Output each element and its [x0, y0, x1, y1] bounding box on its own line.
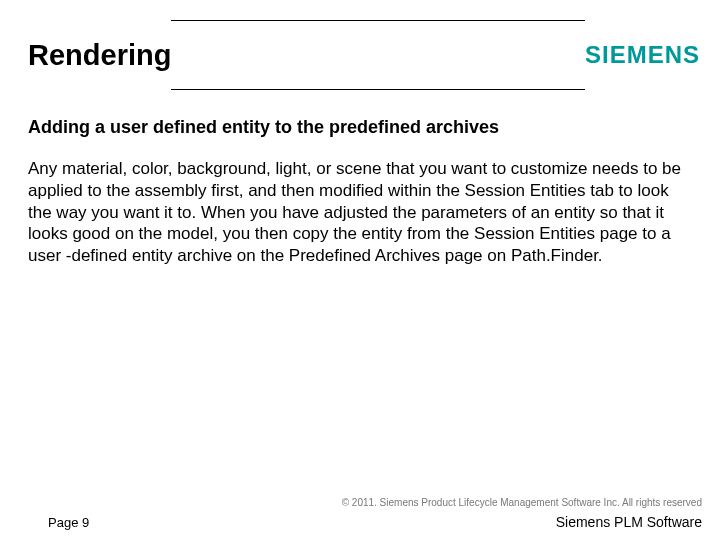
footer: © 2011. Siemens Product Lifecycle Manage… — [0, 497, 720, 530]
footer-brand: Siemens PLM Software — [556, 514, 702, 530]
title-block: Rendering — [0, 20, 171, 90]
footer-copyright: © 2011. Siemens Product Lifecycle Manage… — [48, 497, 702, 508]
body-paragraph: Any material, color, background, light, … — [28, 158, 690, 267]
slide-title: Rendering — [28, 39, 171, 72]
brand-block: SIEMENS — [585, 20, 720, 90]
header-bar: Rendering SIEMENS — [0, 20, 720, 90]
footer-row: Page 9 Siemens PLM Software — [48, 514, 702, 530]
subheading: Adding a user defined entity to the pred… — [28, 117, 690, 138]
slide: Rendering SIEMENS Adding a user defined … — [0, 0, 720, 540]
brand-logo-text: SIEMENS — [585, 41, 700, 69]
footer-page-number: Page 9 — [48, 515, 89, 530]
